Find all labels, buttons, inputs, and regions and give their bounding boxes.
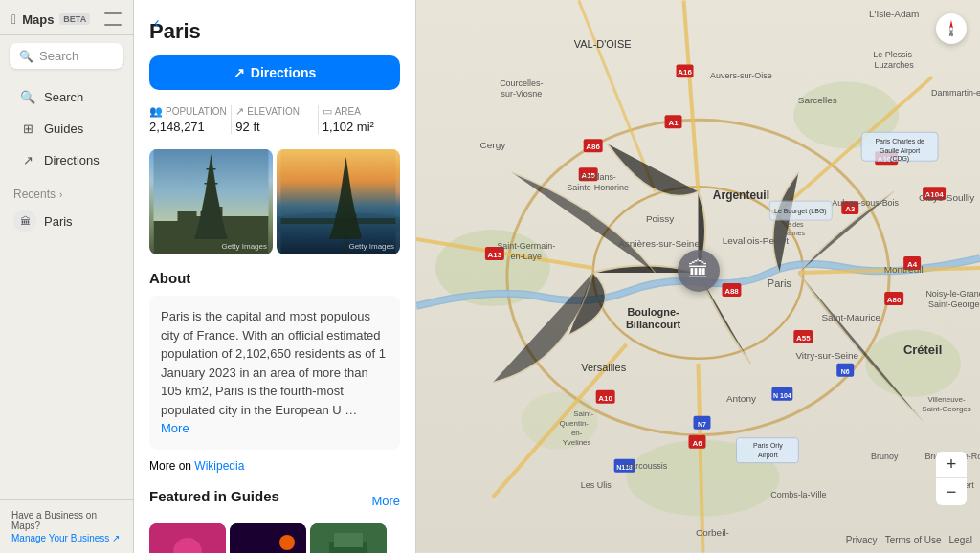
svg-text:Airport: Airport: [758, 452, 778, 459]
svg-rect-11: [207, 168, 216, 170]
zoom-in-button[interactable]: +: [936, 452, 967, 478]
compass[interactable]: N: [936, 13, 967, 44]
stat-elevation: ↗ ELEVATION 92 ft: [235, 105, 313, 134]
svg-marker-133: [949, 20, 953, 29]
legal-link[interactable]: Legal: [949, 535, 972, 545]
svg-text:Saint-Georges: Saint-Georges: [922, 405, 970, 413]
app-name-label: Maps: [22, 12, 54, 27]
svg-rect-8: [201, 211, 222, 216]
about-text: Paris is the capital and most populous c…: [161, 307, 389, 438]
featured-more-link[interactable]: More: [371, 494, 400, 508]
back-button[interactable]: ‹: [145, 11, 168, 34]
svg-text:Claye-Soulliy: Claye-Soulliy: [919, 192, 974, 203]
stat-divider-1: [231, 105, 232, 134]
directions-button[interactable]: ↗ Directions: [149, 55, 400, 90]
svg-text:sur-Viosne: sur-Viosne: [501, 89, 542, 99]
svg-text:Marcoussis: Marcoussis: [624, 461, 668, 471]
area-value: 1,102 mi²: [323, 120, 400, 134]
about-section-title: About: [149, 270, 400, 286]
svg-rect-20: [281, 218, 396, 224]
svg-text:Saint-Germain-: Saint-Germain-: [497, 241, 555, 251]
detail-panel: ‹ Paris ↗ Directions 👥 POPULATION 2,148,…: [134, 0, 416, 553]
beta-badge: BETA: [59, 13, 90, 25]
svg-rect-32: [334, 533, 363, 547]
about-more-link[interactable]: More: [161, 421, 189, 435]
svg-text:Aulnay-sous-Bois: Aulnay-sous-Bois: [832, 198, 899, 208]
svg-text:Les Ulis: Les Ulis: [581, 480, 612, 490]
sidebar-toggle-button[interactable]: [104, 12, 122, 26]
guide-photos-row: [149, 523, 400, 554]
svg-text:Saint-Maurice: Saint-Maurice: [821, 312, 880, 322]
svg-text:(CDG): (CDG): [890, 155, 909, 163]
svg-text:Dammartin-e: Dammartin-e: [931, 88, 980, 98]
svg-text:Auvers-sur-Oise: Auvers-sur-Oise: [710, 71, 772, 80]
recent-item-paris[interactable]: 🏛 Paris: [13, 205, 120, 237]
search-nav-label: Search: [44, 90, 83, 104]
svg-text:Asnières-sur-Seine: Asnières-sur-Seine: [618, 238, 700, 249]
svg-text:Combs-la-Ville: Combs-la-Ville: [770, 490, 826, 499]
svg-text:Le Plessis-: Le Plessis-: [873, 50, 915, 59]
svg-text:A86: A86: [586, 143, 600, 151]
detail-content: Paris ↗ Directions 👥 POPULATION 2,148,27…: [134, 0, 415, 553]
map-controls: + −: [936, 452, 967, 505]
svg-text:Quentin-: Quentin-: [559, 419, 589, 428]
map-area[interactable]: A16 A1 A104 A86 A3 A4 A86 A104 N 104 A10…: [416, 0, 980, 553]
apple-logo-icon: : [11, 11, 16, 27]
population-label: 👥 POPULATION: [149, 105, 227, 118]
guide-photo-1[interactable]: [149, 523, 226, 554]
guide-photo-2[interactable]: [230, 523, 306, 554]
map-attribution: Privacy Terms of Use Legal: [846, 535, 972, 545]
recents-header: Recents ›: [13, 188, 120, 201]
svg-rect-10: [195, 235, 228, 239]
photos-row: Getty Images: [149, 149, 400, 254]
svg-rect-12: [205, 183, 218, 185]
svg-text:A88: A88: [724, 287, 739, 296]
nav-menu: 🔍 Search ⊞ Guides ↗ Directions: [0, 77, 133, 180]
svg-text:Saint-Georges: Saint-Georges: [928, 299, 980, 309]
svg-text:Argenteuil: Argenteuil: [713, 188, 769, 202]
elevation-value: 92 ft: [235, 120, 313, 134]
photo-1-caption: Getty Images: [221, 242, 267, 251]
photo-2[interactable]: Getty Images: [277, 149, 400, 254]
svg-text:Paris Orly: Paris Orly: [753, 442, 783, 450]
svg-text:Vitry-sur-Seine: Vitry-sur-Seine: [795, 350, 858, 361]
svg-text:Boulogne-: Boulogne-: [627, 306, 679, 318]
svg-text:Montreuil: Montreuil: [884, 264, 924, 275]
svg-text:Créteil: Créteil: [903, 343, 942, 357]
guides-nav-label: Guides: [44, 122, 83, 136]
svg-text:Paris Charles de: Paris Charles de: [875, 138, 924, 144]
zoom-out-button[interactable]: −: [936, 478, 967, 505]
stat-population: 👥 POPULATION 2,148,271: [149, 105, 227, 134]
svg-text:Courcelles-: Courcelles-: [500, 78, 543, 88]
svg-text:Corbeil-: Corbeil-: [696, 527, 729, 538]
svg-text:Conflans-: Conflans-: [579, 172, 615, 182]
photo-2-caption: Getty Images: [348, 242, 394, 251]
svg-text:N 104: N 104: [773, 392, 791, 399]
svg-text:Sainte-Honorine: Sainte-Honorine: [567, 183, 629, 192]
building-icon: 🏛: [688, 258, 709, 283]
recents-chevron-icon: ›: [59, 189, 62, 200]
svg-text:A86: A86: [887, 296, 902, 304]
svg-text:Sarcelles: Sarcelles: [798, 95, 837, 105]
guide-photo-3[interactable]: [310, 523, 387, 554]
directions-button-icon: ↗: [234, 65, 245, 80]
manage-business-link[interactable]: Manage Your Business ↗: [11, 533, 122, 543]
sidebar-item-guides[interactable]: ⊞ Guides: [6, 113, 127, 144]
recents-section: Recents › 🏛 Paris: [0, 180, 133, 241]
privacy-link[interactable]: Privacy: [846, 535, 878, 545]
photo-1[interactable]: Getty Images: [149, 149, 273, 254]
recent-place-icon: 🏛: [13, 210, 36, 232]
svg-text:Levallois-Perret: Levallois-Perret: [723, 235, 789, 246]
sidebar-item-search[interactable]: 🔍 Search: [6, 81, 127, 112]
svg-text:Antony: Antony: [726, 393, 756, 404]
svg-marker-9: [196, 216, 227, 235]
wikipedia-section: More on Wikipedia: [149, 459, 400, 473]
guides-nav-icon: ⊞: [19, 120, 36, 137]
sidebar-item-directions[interactable]: ↗ Directions: [6, 144, 127, 175]
svg-text:VAL-D'OISE: VAL-D'OISE: [574, 38, 632, 50]
svg-text:Vannes: Vannes: [783, 230, 806, 236]
terms-link[interactable]: Terms of Use: [885, 535, 942, 545]
svg-text:A6: A6: [692, 439, 702, 448]
wikipedia-link[interactable]: Wikipedia: [194, 459, 244, 473]
search-bar[interactable]: 🔍 Search: [10, 43, 123, 69]
